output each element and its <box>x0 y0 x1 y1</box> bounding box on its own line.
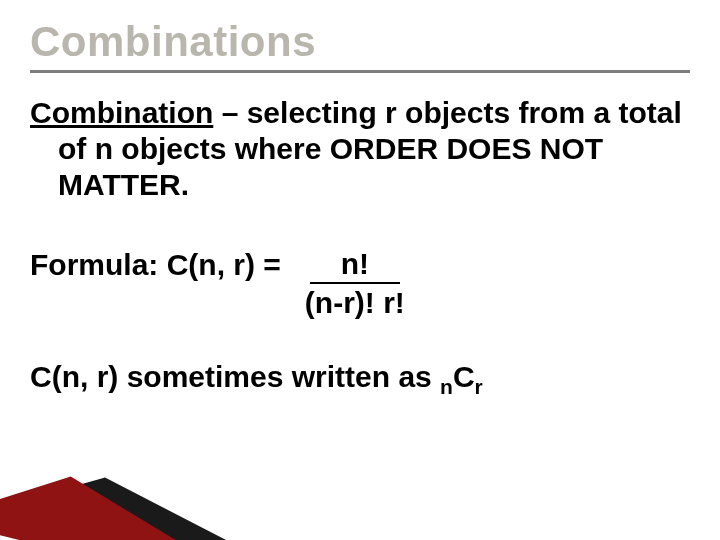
title-underline <box>30 70 690 73</box>
formula-denominator: (n-r)! r! <box>305 284 405 319</box>
slide-body: Combination – selecting r objects from a… <box>30 95 690 395</box>
definition-paragraph: Combination – selecting r objects from a… <box>30 95 690 203</box>
slide-title: Combinations <box>30 18 690 66</box>
notation-paragraph: C(n, r) sometimes written as nCr <box>30 359 690 395</box>
formula-fraction: n! (n-r)! r! <box>305 247 405 319</box>
definition-period: . <box>181 168 189 201</box>
notation-lead: C(n, r) sometimes written as <box>30 360 440 393</box>
formula-row: Formula: C(n, r) = n! (n-r)! r! <box>30 247 690 319</box>
notation-sub-r: r <box>475 375 483 398</box>
slide: Combinations Combination – selecting r o… <box>0 0 720 540</box>
formula-label: Formula: C(n, r) = <box>30 247 281 283</box>
notation-sub-n: n <box>440 375 453 398</box>
formula-numerator: n! <box>310 247 400 284</box>
notation-c: C <box>453 360 475 393</box>
definition-sep: – <box>213 96 246 129</box>
definition-term: Combination <box>30 96 213 129</box>
